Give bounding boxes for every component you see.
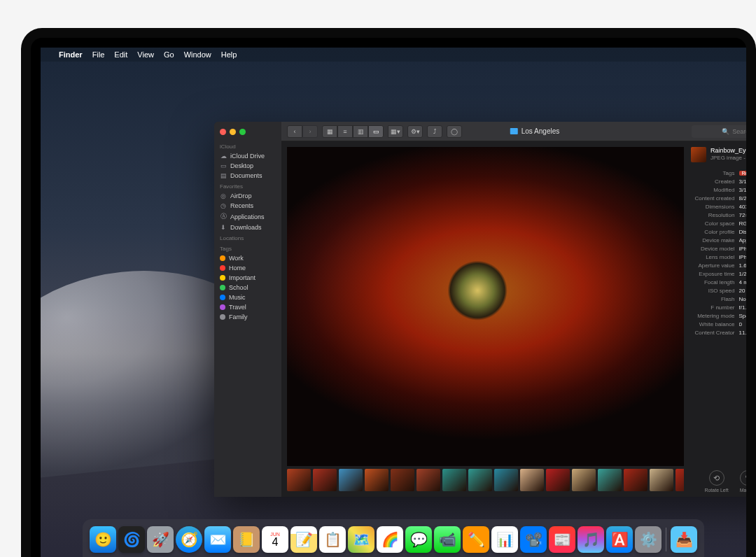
dock-messages-icon[interactable]: 💬 (405, 526, 432, 553)
thumbnail-item[interactable] (468, 469, 492, 491)
window-minimize-button[interactable] (230, 129, 236, 135)
dock-numbers-icon[interactable]: 📊 (491, 526, 518, 553)
thumbnail-item[interactable] (624, 469, 648, 491)
metadata-row: Device modeliPhone X (691, 245, 746, 253)
sidebar-item-icloud-drive[interactable]: ☁iCloud Drive (214, 151, 281, 161)
quick-action-rotate[interactable]: ⟲Rotate Left (704, 470, 728, 493)
sidebar-tag-travel[interactable]: Travel (214, 302, 281, 312)
gallery-preview (287, 147, 684, 466)
sidebar-tag-home[interactable]: Home (214, 263, 281, 273)
menu-help[interactable]: Help (221, 50, 237, 59)
window-zoom-button[interactable] (239, 129, 246, 135)
thumbnail-item[interactable] (287, 469, 311, 491)
thumbnail-item[interactable] (339, 469, 363, 491)
thumbnail-item[interactable] (313, 469, 337, 491)
menu-window[interactable]: Window (184, 50, 211, 59)
dock-preferences-icon[interactable]: ⚙️ (635, 526, 662, 553)
sidebar-item-desktop[interactable]: ▭Desktop (214, 161, 281, 171)
metadata-row: Content Creator11.0 (691, 329, 746, 337)
menu-view[interactable]: View (137, 50, 154, 59)
menu-go[interactable]: Go (164, 50, 174, 59)
view-list-button[interactable]: ≡ (337, 125, 353, 138)
thumbnail-item[interactable] (442, 469, 466, 491)
dock: 🙂 🌀 🚀 🧭 ✉️ 📒 JUN4 📝 📋 🗺️ 🌈 💬 📹 ✏️ 📊 📽️ 📰… (83, 519, 704, 557)
window-close-button[interactable] (220, 129, 226, 135)
dock-mail-icon[interactable]: ✉️ (204, 526, 231, 553)
dock-keynote-icon[interactable]: 📽️ (520, 526, 547, 553)
nav-back-button[interactable]: ‹ (287, 125, 302, 138)
dock-separator (666, 528, 666, 551)
sidebar-item-applications[interactable]: ⒶApplications (214, 211, 281, 223)
view-columnalt-button[interactable]: ▥ (353, 125, 368, 138)
cloud-icon: ☁ (220, 153, 227, 160)
preview-info-panel: Rainbow_Eye.JPG JPEG image - 3.6 MB Tags… (687, 141, 746, 497)
quick-action-markup[interactable]: ✎Markup (740, 470, 746, 493)
sidebar-item-documents[interactable]: ▤Documents (214, 171, 281, 181)
dock-news-icon[interactable]: 📰 (549, 526, 575, 553)
thumbnail-item[interactable] (365, 469, 388, 491)
dock-finder-icon[interactable]: 🙂 (90, 526, 116, 553)
search-input[interactable]: 🔍 Search (692, 125, 746, 138)
thumbnail-item[interactable] (650, 469, 673, 491)
dock-pages-icon[interactable]: ✏️ (463, 526, 489, 553)
clock-icon: ◷ (220, 202, 227, 209)
dock-facetime-icon[interactable]: 📹 (434, 526, 461, 553)
thumbnail-item[interactable] (546, 469, 570, 491)
downloads-icon: ⬇ (220, 224, 227, 231)
sidebar-group-icloud: iCloud (214, 141, 281, 151)
thumbnail-item[interactable] (598, 469, 622, 491)
thumbnail-item[interactable] (391, 469, 414, 491)
tag-dot-icon (220, 255, 225, 261)
dock-contacts-icon[interactable]: 📒 (233, 526, 260, 553)
thumbnail-item[interactable] (520, 469, 544, 491)
document-icon: ▤ (220, 172, 227, 179)
sidebar-item-recents[interactable]: ◷Recents (214, 201, 281, 211)
action-button[interactable]: ⚙▾ (407, 125, 423, 138)
info-thumbnail (691, 147, 706, 162)
thumbnail-item[interactable] (572, 469, 596, 491)
nav-forward-button[interactable]: › (302, 125, 318, 138)
sidebar-tag-music[interactable]: Music (214, 292, 281, 302)
share-button[interactable]: ⤴ (427, 125, 442, 138)
dock-notes-icon[interactable]: 📝 (290, 526, 317, 553)
thumbnail-item[interactable] (676, 469, 684, 491)
airdrop-icon: ◎ (220, 192, 227, 199)
thumbnail-item[interactable] (494, 469, 518, 491)
dock-photos-icon[interactable]: 🌈 (377, 526, 403, 553)
sidebar-tag-work[interactable]: Work (214, 253, 281, 263)
view-icon-button[interactable]: ▦ (322, 125, 337, 138)
view-gallery-button[interactable]: ▭ (368, 125, 384, 138)
tag-dot-icon (220, 285, 225, 290)
sidebar-tag-important[interactable]: Important (214, 273, 281, 283)
metadata-row: Created3/12/18, 11:34 AM (691, 178, 746, 186)
dock-siri-icon[interactable]: 🌀 (118, 526, 145, 553)
sidebar-item-downloads[interactable]: ⬇Downloads (214, 223, 281, 232)
dock-appstore-icon[interactable]: 🅰️ (606, 526, 633, 553)
window-title: Los Angeles (510, 127, 560, 135)
metadata-row: Modified3/12/18, 11:34 AM (691, 186, 746, 195)
dock-calendar-icon[interactable]: JUN4 (262, 526, 288, 553)
dock-maps-icon[interactable]: 🗺️ (348, 526, 374, 553)
sidebar-item-airdrop[interactable]: ◎AirDrop (214, 191, 281, 201)
metadata-row: Content created8/23/17, 4:03 PM (691, 195, 746, 203)
tag-dot-icon (220, 275, 225, 281)
dock-downloads-icon[interactable]: 📥 (671, 526, 697, 553)
dock-reminders-icon[interactable]: 📋 (319, 526, 346, 553)
dock-itunes-icon[interactable]: 🎵 (578, 526, 604, 553)
sidebar-tag-family[interactable]: Family (214, 312, 281, 322)
menu-edit[interactable]: Edit (114, 50, 127, 59)
tags-button[interactable]: ◯ (447, 125, 462, 138)
thumbnail-item[interactable] (416, 469, 440, 491)
metadata-row: White balance0 (691, 320, 746, 329)
arrange-button[interactable]: ▦▾ (388, 125, 403, 138)
dock-safari-icon[interactable]: 🧭 (176, 526, 202, 553)
metadata-row: Resolution72×72 (691, 211, 746, 220)
sidebar-tag-school[interactable]: School (214, 283, 281, 292)
menu-file[interactable]: File (92, 50, 105, 59)
metadata-row: Dimensions4032×3024 (691, 203, 746, 211)
finder-sidebar: iCloud ☁iCloud Drive ▭Desktop ▤Documents… (214, 122, 281, 497)
dock-launchpad-icon[interactable]: 🚀 (147, 526, 174, 553)
app-menu[interactable]: Finder (59, 50, 83, 59)
applications-icon: Ⓐ (220, 212, 227, 221)
metadata-tag-badge[interactable]: Red (739, 171, 747, 176)
